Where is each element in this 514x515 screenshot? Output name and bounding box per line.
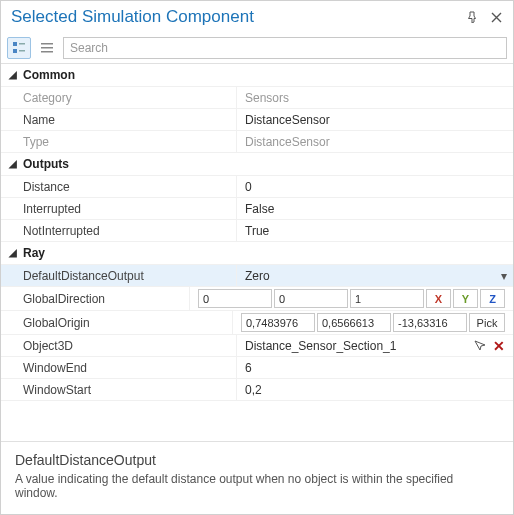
clear-icon[interactable]: ✕: [493, 338, 505, 354]
pin-icon[interactable]: [463, 8, 481, 26]
globaldirection-y-field[interactable]: 0: [274, 289, 348, 308]
value-defaultdistanceoutput[interactable]: Zero ▾: [237, 265, 513, 286]
pick-button[interactable]: Pick: [469, 313, 505, 332]
globaldirection-z-field[interactable]: 1: [350, 289, 424, 308]
description-panel: DefaultDistanceOutput A value indicating…: [1, 442, 513, 514]
row-windowend[interactable]: WindowEnd 6: [1, 357, 513, 379]
close-icon[interactable]: [487, 8, 505, 26]
value-interrupted[interactable]: False: [237, 198, 513, 219]
svg-rect-1: [13, 49, 17, 53]
globaldirection-x-field[interactable]: 0: [198, 289, 272, 308]
label-category: Category: [1, 87, 237, 108]
object3d-value[interactable]: Distance_Sensor_Section_1: [245, 339, 467, 353]
label-name: Name: [1, 109, 237, 130]
value-globaldirection: 0 0 1 X Y Z: [190, 287, 513, 310]
section-title: Ray: [23, 246, 45, 260]
label-interrupted: Interrupted: [1, 198, 237, 219]
picker-icon[interactable]: [473, 339, 487, 353]
categorized-view-button[interactable]: [7, 37, 31, 59]
label-type: Type: [1, 131, 237, 152]
value-notinterrupted[interactable]: True: [237, 220, 513, 241]
section-header-outputs[interactable]: ◢Outputs: [1, 153, 513, 176]
label-windowend: WindowEnd: [1, 357, 237, 378]
row-notinterrupted[interactable]: NotInterrupted True: [1, 220, 513, 242]
axis-y-button[interactable]: Y: [453, 289, 478, 308]
property-grid: ◢Common Category Sensors Name DistanceSe…: [1, 64, 513, 442]
label-windowstart: WindowStart: [1, 379, 237, 400]
row-category: Category Sensors: [1, 87, 513, 109]
label-notinterrupted: NotInterrupted: [1, 220, 237, 241]
row-type: Type DistanceSensor: [1, 131, 513, 153]
title-bar: Selected Simulation Component: [1, 1, 513, 33]
row-windowstart[interactable]: WindowStart 0,2: [1, 379, 513, 401]
section-title: Common: [23, 68, 75, 82]
collapse-icon: ◢: [9, 248, 17, 258]
axis-x-button[interactable]: X: [426, 289, 451, 308]
globalorigin-y-field[interactable]: 0,6566613: [317, 313, 391, 332]
label-globalorigin: GlobalOrigin: [1, 311, 233, 334]
collapse-icon: ◢: [9, 70, 17, 80]
row-interrupted[interactable]: Interrupted False: [1, 198, 513, 220]
svg-rect-4: [41, 43, 53, 45]
description-body: A value indicating the default distance …: [15, 472, 499, 500]
section-header-common[interactable]: ◢Common: [1, 64, 513, 87]
svg-rect-5: [41, 47, 53, 49]
row-name[interactable]: Name DistanceSensor: [1, 109, 513, 131]
value-distance[interactable]: 0: [237, 176, 513, 197]
value-name[interactable]: DistanceSensor: [237, 109, 513, 130]
selected-simulation-component-panel: Selected Simulation Component ◢Common Ca…: [0, 0, 514, 515]
value-object3d: Distance_Sensor_Section_1 ✕: [237, 335, 513, 356]
axis-z-button[interactable]: Z: [480, 289, 505, 308]
row-defaultdistanceoutput[interactable]: DefaultDistanceOutput Zero ▾: [1, 265, 513, 287]
value-windowend[interactable]: 6: [237, 357, 513, 378]
row-distance[interactable]: Distance 0: [1, 176, 513, 198]
section-title: Outputs: [23, 157, 69, 171]
dropdown-value: Zero: [245, 269, 270, 283]
description-title: DefaultDistanceOutput: [15, 452, 499, 468]
value-type: DistanceSensor: [237, 131, 513, 152]
section-header-ray[interactable]: ◢Ray: [1, 242, 513, 265]
value-globalorigin: 0,7483976 0,6566613 -13,63316 Pick: [233, 311, 513, 334]
value-category: Sensors: [237, 87, 513, 108]
svg-rect-2: [19, 43, 25, 45]
row-globaldirection[interactable]: GlobalDirection 0 0 1 X Y Z: [1, 287, 513, 311]
panel-title: Selected Simulation Component: [11, 7, 457, 27]
row-object3d[interactable]: Object3D Distance_Sensor_Section_1 ✕: [1, 335, 513, 357]
collapse-icon: ◢: [9, 159, 17, 169]
toolbar: [1, 33, 513, 64]
value-windowstart[interactable]: 0,2: [237, 379, 513, 400]
svg-rect-6: [41, 51, 53, 53]
globalorigin-x-field[interactable]: 0,7483976: [241, 313, 315, 332]
svg-rect-0: [13, 42, 17, 46]
label-defaultdistanceoutput: DefaultDistanceOutput: [1, 265, 237, 286]
globalorigin-z-field[interactable]: -13,63316: [393, 313, 467, 332]
search-input[interactable]: [63, 37, 507, 59]
label-distance: Distance: [1, 176, 237, 197]
label-object3d: Object3D: [1, 335, 237, 356]
alphabetical-view-button[interactable]: [35, 37, 59, 59]
svg-rect-3: [19, 50, 25, 52]
dropdown-arrow-icon[interactable]: ▾: [501, 269, 507, 283]
row-globalorigin[interactable]: GlobalOrigin 0,7483976 0,6566613 -13,633…: [1, 311, 513, 335]
label-globaldirection: GlobalDirection: [1, 287, 190, 310]
